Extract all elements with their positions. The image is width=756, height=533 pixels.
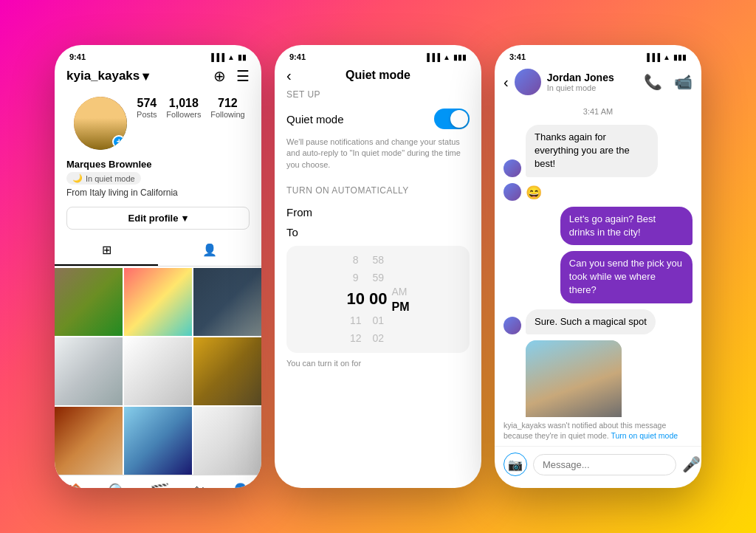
status-icons-2: ▐▐▐ ▲ ▮▮▮ bbox=[425, 53, 467, 61]
status-time-3: 3:41 bbox=[509, 52, 526, 61]
quiet-mode-title: Quiet mode bbox=[346, 69, 410, 82]
time-picker[interactable]: 8 9 10 11 12 58 59 00 01 02 AM PM bbox=[286, 246, 470, 353]
message-1: Thanks again for everything you are the … bbox=[504, 125, 693, 177]
turn-on-quiet-mode-link[interactable]: Turn on quiet mode bbox=[611, 431, 678, 440]
nav-shop[interactable]: 🛍 bbox=[192, 483, 208, 488]
photo-cell-5[interactable] bbox=[124, 337, 192, 405]
status-bar-3: 3:41 ▐▐▐ ▲ ▮▮▮ bbox=[495, 45, 701, 64]
moon-icon: 🌙 bbox=[72, 173, 83, 183]
avatar-add-icon[interactable]: + bbox=[112, 135, 126, 148]
sender-avatar-emoji bbox=[504, 183, 521, 201]
photo-cell-8[interactable] bbox=[124, 407, 192, 475]
profile-header: kyia_kayaks ▾ ⊕ ☰ bbox=[55, 64, 261, 91]
status-icons-3: ▐▐▐ ▲ ▮▮▮ bbox=[645, 53, 687, 61]
quiet-mode-toggle[interactable] bbox=[434, 109, 470, 129]
message-emoji: 😄 bbox=[504, 183, 693, 201]
chat-footer-info: kyia_kayaks wasn't notified about this m… bbox=[495, 417, 701, 446]
signal-icon: ▐▐▐ bbox=[209, 53, 224, 61]
tab-tagged[interactable]: 👤 bbox=[158, 235, 261, 266]
message-timestamp: 3:41 AM bbox=[504, 107, 693, 116]
status-time-1: 9:41 bbox=[69, 52, 86, 61]
message-3: Can you send the pick you took while we … bbox=[504, 251, 693, 303]
grid-tabs: ⊞ 👤 bbox=[55, 235, 261, 266]
message-photo: ➤ bbox=[504, 340, 693, 417]
battery-icon: ▮▮ bbox=[238, 53, 247, 61]
edit-profile-button[interactable]: Edit profile ▾ bbox=[66, 207, 250, 230]
photo-cell-2[interactable] bbox=[124, 268, 192, 336]
sender-avatar-4 bbox=[504, 317, 521, 334]
photo-cell-4[interactable] bbox=[55, 337, 123, 405]
video-call-icon[interactable]: 📹 bbox=[674, 73, 693, 91]
profile-stats: + 574 Posts 1,018 Followers 712 Followin… bbox=[55, 91, 261, 156]
chat-messages: 3:41 AM Thanks again for everything you … bbox=[495, 101, 701, 417]
chevron-down-icon: ▾ bbox=[142, 69, 149, 84]
auto-label: Turn on automatically bbox=[286, 185, 470, 196]
quiet-mode-badge[interactable]: 🌙 In quiet mode bbox=[66, 172, 141, 185]
stat-posts: 574 Posts bbox=[137, 97, 157, 119]
to-row: To bbox=[286, 226, 470, 238]
menu-icon[interactable]: ☰ bbox=[236, 67, 250, 85]
can-turn-on-text: You can turn it on for bbox=[286, 359, 470, 368]
profile-info: Marques Brownlee 🌙 In quiet mode From It… bbox=[55, 156, 261, 201]
nav-profile[interactable]: 👤 bbox=[230, 483, 250, 488]
tag-icon: 👤 bbox=[202, 243, 217, 258]
message-input[interactable] bbox=[533, 454, 676, 475]
nav-home[interactable]: 🏠 bbox=[66, 483, 86, 488]
wifi-icon: ▲ bbox=[227, 53, 235, 61]
voice-input-icon[interactable]: 🎤 bbox=[682, 455, 701, 473]
time-picker-inner: 8 9 10 11 12 58 59 00 01 02 AM PM bbox=[294, 253, 462, 345]
chevron-down-icon-2: ▾ bbox=[182, 213, 188, 224]
chat-back-button[interactable]: ‹ bbox=[504, 74, 509, 91]
from-row: From bbox=[286, 206, 470, 219]
quiet-mode-description: We'll pause notifications and change you… bbox=[286, 137, 470, 171]
minute-column[interactable]: 58 59 00 01 02 bbox=[369, 253, 387, 345]
bubble-1: Thanks again for everything you are the … bbox=[526, 125, 658, 177]
chat-input-row: 📷 🎤 🖼 bbox=[495, 446, 701, 488]
tab-grid[interactable]: ⊞ bbox=[55, 235, 158, 266]
bottom-nav: 🏠 🔍 🎬 🛍 👤 bbox=[55, 475, 261, 488]
ampm-column[interactable]: AM PM bbox=[391, 286, 409, 314]
wifi-icon-2: ▲ bbox=[443, 53, 450, 61]
quiet-mode-row: Quiet mode bbox=[286, 109, 470, 129]
voice-call-icon[interactable]: 📞 bbox=[644, 73, 662, 91]
photo-cell-7[interactable] bbox=[55, 407, 123, 475]
add-post-icon[interactable]: ⊕ bbox=[213, 67, 226, 85]
quiet-mode-content: Set up Quiet mode We'll pause notificati… bbox=[275, 89, 481, 488]
stat-following[interactable]: 712 Following bbox=[210, 97, 244, 119]
signal-icon-3: ▐▐▐ bbox=[645, 53, 660, 61]
photo-cell-6[interactable] bbox=[193, 337, 261, 405]
bubble-4: Sure. Such a magical spot bbox=[526, 309, 656, 334]
profile-header-icons: ⊕ ☰ bbox=[213, 67, 250, 85]
nav-reels[interactable]: 🎬 bbox=[150, 483, 170, 488]
hour-column[interactable]: 8 9 10 11 12 bbox=[347, 253, 365, 345]
camera-button[interactable]: 📷 bbox=[504, 453, 527, 476]
stat-followers[interactable]: 1,018 Followers bbox=[166, 97, 201, 119]
setup-label: Set up bbox=[286, 89, 470, 100]
profile-username[interactable]: kyia_kayaks ▾ bbox=[66, 69, 149, 84]
photo-cell-3[interactable] bbox=[193, 268, 261, 336]
photo-cell-1[interactable] bbox=[55, 268, 123, 336]
chat-header-icons: 📞 📹 bbox=[644, 73, 693, 91]
quiet-header: ‹ Quiet mode bbox=[275, 64, 481, 89]
chat-avatar bbox=[515, 69, 541, 95]
photo-cell-9[interactable] bbox=[193, 407, 261, 475]
sender-avatar-1 bbox=[504, 159, 521, 177]
back-button[interactable]: ‹ bbox=[286, 67, 292, 84]
chat-user-info: Jordan Jones In quiet mode bbox=[547, 72, 638, 92]
signal-icon-2: ▐▐▐ bbox=[425, 53, 440, 61]
profile-name: Marques Brownlee bbox=[66, 159, 250, 170]
nav-search[interactable]: 🔍 bbox=[108, 483, 128, 488]
battery-icon-3: ▮▮▮ bbox=[673, 53, 687, 61]
phone-quiet-mode: 9:41 ▐▐▐ ▲ ▮▮▮ ‹ Quiet mode Set up Quiet… bbox=[275, 45, 481, 488]
photo-message[interactable]: ➤ bbox=[526, 340, 622, 417]
status-time-2: 9:41 bbox=[289, 52, 306, 61]
chat-username: Jordan Jones bbox=[547, 72, 638, 83]
phone-profile: 9:41 ▐▐▐ ▲ ▮▮ kyia_kayaks ▾ ⊕ ☰ + 574 Po… bbox=[55, 45, 261, 488]
avatar: + bbox=[74, 97, 127, 150]
to-label: To bbox=[286, 226, 298, 238]
phone-chat: 3:41 ▐▐▐ ▲ ▮▮▮ ‹ Jordan Jones In quiet m… bbox=[495, 45, 701, 488]
status-bar-2: 9:41 ▐▐▐ ▲ ▮▮▮ bbox=[275, 45, 481, 64]
battery-icon-2: ▮▮▮ bbox=[453, 53, 467, 61]
from-label: From bbox=[286, 206, 312, 219]
message-2: Let's go again? Best drinks in the city! bbox=[504, 207, 693, 245]
